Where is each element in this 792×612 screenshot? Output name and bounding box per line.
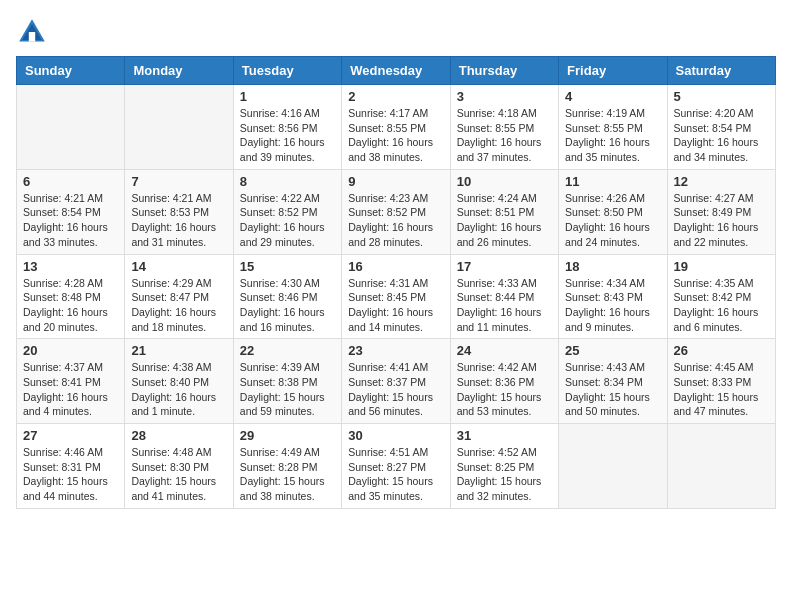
day-info: Sunrise: 4:37 AM Sunset: 8:41 PM Dayligh… <box>23 360 118 419</box>
logo <box>16 16 52 48</box>
weekday-header-sunday: Sunday <box>17 57 125 85</box>
day-info: Sunrise: 4:17 AM Sunset: 8:55 PM Dayligh… <box>348 106 443 165</box>
calendar-cell: 17Sunrise: 4:33 AM Sunset: 8:44 PM Dayli… <box>450 254 558 339</box>
day-info: Sunrise: 4:20 AM Sunset: 8:54 PM Dayligh… <box>674 106 769 165</box>
calendar-cell: 31Sunrise: 4:52 AM Sunset: 8:25 PM Dayli… <box>450 424 558 509</box>
day-info: Sunrise: 4:26 AM Sunset: 8:50 PM Dayligh… <box>565 191 660 250</box>
day-info: Sunrise: 4:22 AM Sunset: 8:52 PM Dayligh… <box>240 191 335 250</box>
day-number: 3 <box>457 89 552 104</box>
page-header <box>16 16 776 48</box>
day-info: Sunrise: 4:41 AM Sunset: 8:37 PM Dayligh… <box>348 360 443 419</box>
day-number: 31 <box>457 428 552 443</box>
day-info: Sunrise: 4:21 AM Sunset: 8:53 PM Dayligh… <box>131 191 226 250</box>
day-number: 7 <box>131 174 226 189</box>
calendar-cell: 9Sunrise: 4:23 AM Sunset: 8:52 PM Daylig… <box>342 169 450 254</box>
day-number: 14 <box>131 259 226 274</box>
weekday-header-tuesday: Tuesday <box>233 57 341 85</box>
calendar-week-2: 6Sunrise: 4:21 AM Sunset: 8:54 PM Daylig… <box>17 169 776 254</box>
day-number: 1 <box>240 89 335 104</box>
day-number: 17 <box>457 259 552 274</box>
day-number: 25 <box>565 343 660 358</box>
day-number: 18 <box>565 259 660 274</box>
day-info: Sunrise: 4:30 AM Sunset: 8:46 PM Dayligh… <box>240 276 335 335</box>
day-number: 5 <box>674 89 769 104</box>
calendar-cell <box>17 85 125 170</box>
day-number: 9 <box>348 174 443 189</box>
day-info: Sunrise: 4:49 AM Sunset: 8:28 PM Dayligh… <box>240 445 335 504</box>
day-info: Sunrise: 4:38 AM Sunset: 8:40 PM Dayligh… <box>131 360 226 419</box>
calendar-cell: 7Sunrise: 4:21 AM Sunset: 8:53 PM Daylig… <box>125 169 233 254</box>
day-info: Sunrise: 4:45 AM Sunset: 8:33 PM Dayligh… <box>674 360 769 419</box>
calendar-cell: 27Sunrise: 4:46 AM Sunset: 8:31 PM Dayli… <box>17 424 125 509</box>
calendar-cell: 14Sunrise: 4:29 AM Sunset: 8:47 PM Dayli… <box>125 254 233 339</box>
calendar-cell: 28Sunrise: 4:48 AM Sunset: 8:30 PM Dayli… <box>125 424 233 509</box>
day-info: Sunrise: 4:27 AM Sunset: 8:49 PM Dayligh… <box>674 191 769 250</box>
day-number: 16 <box>348 259 443 274</box>
day-info: Sunrise: 4:21 AM Sunset: 8:54 PM Dayligh… <box>23 191 118 250</box>
calendar-cell: 13Sunrise: 4:28 AM Sunset: 8:48 PM Dayli… <box>17 254 125 339</box>
weekday-header-monday: Monday <box>125 57 233 85</box>
weekday-header-row: SundayMondayTuesdayWednesdayThursdayFrid… <box>17 57 776 85</box>
day-info: Sunrise: 4:34 AM Sunset: 8:43 PM Dayligh… <box>565 276 660 335</box>
calendar-cell: 10Sunrise: 4:24 AM Sunset: 8:51 PM Dayli… <box>450 169 558 254</box>
day-number: 27 <box>23 428 118 443</box>
day-info: Sunrise: 4:18 AM Sunset: 8:55 PM Dayligh… <box>457 106 552 165</box>
day-number: 24 <box>457 343 552 358</box>
calendar-cell: 16Sunrise: 4:31 AM Sunset: 8:45 PM Dayli… <box>342 254 450 339</box>
day-number: 20 <box>23 343 118 358</box>
day-info: Sunrise: 4:23 AM Sunset: 8:52 PM Dayligh… <box>348 191 443 250</box>
day-info: Sunrise: 4:52 AM Sunset: 8:25 PM Dayligh… <box>457 445 552 504</box>
calendar-cell: 8Sunrise: 4:22 AM Sunset: 8:52 PM Daylig… <box>233 169 341 254</box>
day-info: Sunrise: 4:33 AM Sunset: 8:44 PM Dayligh… <box>457 276 552 335</box>
calendar-cell: 21Sunrise: 4:38 AM Sunset: 8:40 PM Dayli… <box>125 339 233 424</box>
calendar-cell: 30Sunrise: 4:51 AM Sunset: 8:27 PM Dayli… <box>342 424 450 509</box>
day-number: 23 <box>348 343 443 358</box>
logo-icon <box>16 16 48 48</box>
calendar-week-3: 13Sunrise: 4:28 AM Sunset: 8:48 PM Dayli… <box>17 254 776 339</box>
day-info: Sunrise: 4:48 AM Sunset: 8:30 PM Dayligh… <box>131 445 226 504</box>
calendar-week-5: 27Sunrise: 4:46 AM Sunset: 8:31 PM Dayli… <box>17 424 776 509</box>
calendar-cell: 11Sunrise: 4:26 AM Sunset: 8:50 PM Dayli… <box>559 169 667 254</box>
day-number: 30 <box>348 428 443 443</box>
calendar-cell: 25Sunrise: 4:43 AM Sunset: 8:34 PM Dayli… <box>559 339 667 424</box>
calendar-cell <box>125 85 233 170</box>
calendar-cell: 20Sunrise: 4:37 AM Sunset: 8:41 PM Dayli… <box>17 339 125 424</box>
day-number: 12 <box>674 174 769 189</box>
calendar-cell: 4Sunrise: 4:19 AM Sunset: 8:55 PM Daylig… <box>559 85 667 170</box>
calendar-cell: 26Sunrise: 4:45 AM Sunset: 8:33 PM Dayli… <box>667 339 775 424</box>
calendar-table: SundayMondayTuesdayWednesdayThursdayFrid… <box>16 56 776 509</box>
calendar-cell: 6Sunrise: 4:21 AM Sunset: 8:54 PM Daylig… <box>17 169 125 254</box>
calendar-cell: 18Sunrise: 4:34 AM Sunset: 8:43 PM Dayli… <box>559 254 667 339</box>
day-number: 22 <box>240 343 335 358</box>
day-info: Sunrise: 4:28 AM Sunset: 8:48 PM Dayligh… <box>23 276 118 335</box>
calendar-cell: 2Sunrise: 4:17 AM Sunset: 8:55 PM Daylig… <box>342 85 450 170</box>
day-number: 15 <box>240 259 335 274</box>
day-number: 26 <box>674 343 769 358</box>
calendar-week-1: 1Sunrise: 4:16 AM Sunset: 8:56 PM Daylig… <box>17 85 776 170</box>
weekday-header-thursday: Thursday <box>450 57 558 85</box>
day-number: 13 <box>23 259 118 274</box>
day-info: Sunrise: 4:39 AM Sunset: 8:38 PM Dayligh… <box>240 360 335 419</box>
calendar-cell: 15Sunrise: 4:30 AM Sunset: 8:46 PM Dayli… <box>233 254 341 339</box>
calendar-cell: 22Sunrise: 4:39 AM Sunset: 8:38 PM Dayli… <box>233 339 341 424</box>
weekday-header-friday: Friday <box>559 57 667 85</box>
calendar-week-4: 20Sunrise: 4:37 AM Sunset: 8:41 PM Dayli… <box>17 339 776 424</box>
day-info: Sunrise: 4:43 AM Sunset: 8:34 PM Dayligh… <box>565 360 660 419</box>
calendar-cell <box>559 424 667 509</box>
day-number: 19 <box>674 259 769 274</box>
day-info: Sunrise: 4:46 AM Sunset: 8:31 PM Dayligh… <box>23 445 118 504</box>
calendar-cell: 24Sunrise: 4:42 AM Sunset: 8:36 PM Dayli… <box>450 339 558 424</box>
calendar-cell: 3Sunrise: 4:18 AM Sunset: 8:55 PM Daylig… <box>450 85 558 170</box>
day-number: 28 <box>131 428 226 443</box>
day-number: 4 <box>565 89 660 104</box>
day-number: 8 <box>240 174 335 189</box>
day-info: Sunrise: 4:31 AM Sunset: 8:45 PM Dayligh… <box>348 276 443 335</box>
day-info: Sunrise: 4:16 AM Sunset: 8:56 PM Dayligh… <box>240 106 335 165</box>
calendar-cell: 23Sunrise: 4:41 AM Sunset: 8:37 PM Dayli… <box>342 339 450 424</box>
calendar-cell: 29Sunrise: 4:49 AM Sunset: 8:28 PM Dayli… <box>233 424 341 509</box>
day-info: Sunrise: 4:24 AM Sunset: 8:51 PM Dayligh… <box>457 191 552 250</box>
day-number: 2 <box>348 89 443 104</box>
day-number: 11 <box>565 174 660 189</box>
calendar-cell: 5Sunrise: 4:20 AM Sunset: 8:54 PM Daylig… <box>667 85 775 170</box>
day-number: 6 <box>23 174 118 189</box>
